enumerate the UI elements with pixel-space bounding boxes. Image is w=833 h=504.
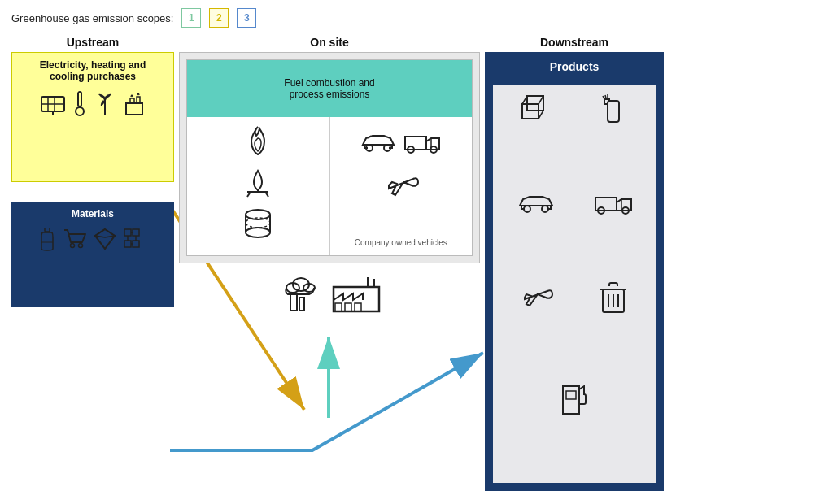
svg-rect-52 bbox=[335, 303, 342, 311]
svg-rect-62 bbox=[608, 101, 619, 122]
flame-icon bbox=[243, 125, 273, 161]
scope-2-badge[interactable]: 2 bbox=[209, 8, 229, 28]
svg-rect-24 bbox=[124, 241, 131, 247]
header-label: Greenhouse gas emission scopes: bbox=[11, 12, 173, 24]
svg-rect-54 bbox=[355, 303, 361, 311]
onsite-bottom: Company owned vehicles bbox=[187, 117, 472, 255]
company-vehicles-label: Company owned vehicles bbox=[355, 238, 447, 247]
car-product-icon bbox=[518, 191, 554, 273]
materials-box: Materials bbox=[11, 202, 174, 307]
combustion-title: Fuel combustion andprocess emissions bbox=[284, 77, 374, 100]
smoke-cloud-icon bbox=[278, 276, 319, 315]
products-box: Products bbox=[485, 52, 664, 491]
downstream-column: Downstream Products bbox=[485, 36, 664, 491]
wind-turbine-icon bbox=[94, 90, 116, 119]
factory-building-icon bbox=[332, 276, 381, 316]
airplane-product-icon bbox=[518, 281, 554, 371]
onsite-right-panel: Company owned vehicles bbox=[330, 117, 473, 255]
svg-rect-22 bbox=[124, 229, 131, 236]
onsite-column: On site Fuel combustion andprocess emiss… bbox=[179, 36, 480, 491]
svg-rect-16 bbox=[45, 228, 50, 232]
svg-line-63 bbox=[603, 96, 604, 99]
truck-icon bbox=[403, 130, 441, 158]
upstream-column: Upstream Electricity, heating andcooling… bbox=[11, 36, 174, 491]
svg-point-68 bbox=[542, 206, 548, 212]
page: Greenhouse gas emission scopes: 1 2 3 bbox=[0, 0, 833, 504]
trash-bin-icon bbox=[600, 281, 627, 371]
airplane-icon bbox=[381, 167, 421, 205]
onsite-box: Fuel combustion andprocess emissions bbox=[179, 52, 480, 263]
svg-rect-49 bbox=[290, 294, 297, 311]
svg-rect-51 bbox=[334, 287, 379, 311]
car-icon bbox=[361, 130, 395, 158]
onsite-title: On site bbox=[179, 36, 480, 49]
svg-rect-79 bbox=[566, 391, 576, 399]
scope-3-badge[interactable]: 3 bbox=[237, 8, 256, 28]
campfire-icon bbox=[242, 167, 273, 202]
svg-rect-78 bbox=[563, 386, 579, 414]
storage-icon bbox=[242, 208, 273, 247]
materials-title: Materials bbox=[18, 208, 168, 219]
svg-rect-50 bbox=[299, 298, 304, 311]
products-icons-grid bbox=[493, 85, 656, 483]
svg-point-67 bbox=[524, 206, 530, 212]
svg-point-18 bbox=[71, 244, 75, 248]
diamond-icon bbox=[94, 228, 116, 255]
products-title: Products bbox=[493, 60, 656, 73]
downstream-title: Downstream bbox=[485, 36, 664, 49]
svg-rect-8 bbox=[78, 92, 81, 106]
svg-rect-25 bbox=[133, 241, 139, 247]
power-plant-icon bbox=[123, 90, 146, 119]
thermometer-icon bbox=[72, 90, 87, 119]
header: Greenhouse gas emission scopes: 1 2 3 bbox=[11, 8, 822, 28]
factory-icons-area bbox=[179, 263, 480, 316]
svg-marker-20 bbox=[95, 229, 115, 249]
molecules-icon bbox=[123, 228, 147, 255]
onsite-inner: Fuel combustion andprocess emissions bbox=[186, 59, 473, 256]
solar-panel-icon bbox=[40, 90, 66, 119]
svg-point-9 bbox=[76, 107, 84, 115]
svg-rect-53 bbox=[345, 303, 351, 311]
combustion-box: Fuel combustion andprocess emissions bbox=[187, 60, 472, 117]
electricity-title: Electricity, heating andcooling purchase… bbox=[19, 59, 167, 82]
scope-1-badge[interactable]: 1 bbox=[181, 8, 201, 28]
svg-rect-23 bbox=[133, 229, 139, 236]
upstream-title: Upstream bbox=[11, 36, 174, 49]
gas-pump-icon bbox=[558, 380, 591, 475]
onsite-left-panel bbox=[187, 117, 330, 255]
spray-bottle-icon bbox=[601, 93, 626, 183]
main-layout: Upstream Electricity, heating andcooling… bbox=[11, 36, 822, 491]
svg-marker-21 bbox=[95, 229, 115, 237]
electricity-box: Electricity, heating andcooling purchase… bbox=[11, 52, 174, 182]
shopping-cart-icon bbox=[63, 228, 87, 255]
packages-icon bbox=[521, 93, 552, 183]
svg-point-37 bbox=[246, 228, 270, 237]
svg-rect-15 bbox=[137, 97, 140, 103]
materials-icons bbox=[18, 228, 168, 255]
bottle-icon bbox=[38, 228, 56, 255]
svg-line-64 bbox=[605, 95, 606, 98]
svg-point-34 bbox=[246, 210, 270, 219]
electricity-icons bbox=[19, 90, 167, 119]
svg-rect-13 bbox=[126, 103, 142, 115]
svg-point-19 bbox=[79, 244, 83, 248]
truck-product-icon bbox=[594, 191, 633, 273]
